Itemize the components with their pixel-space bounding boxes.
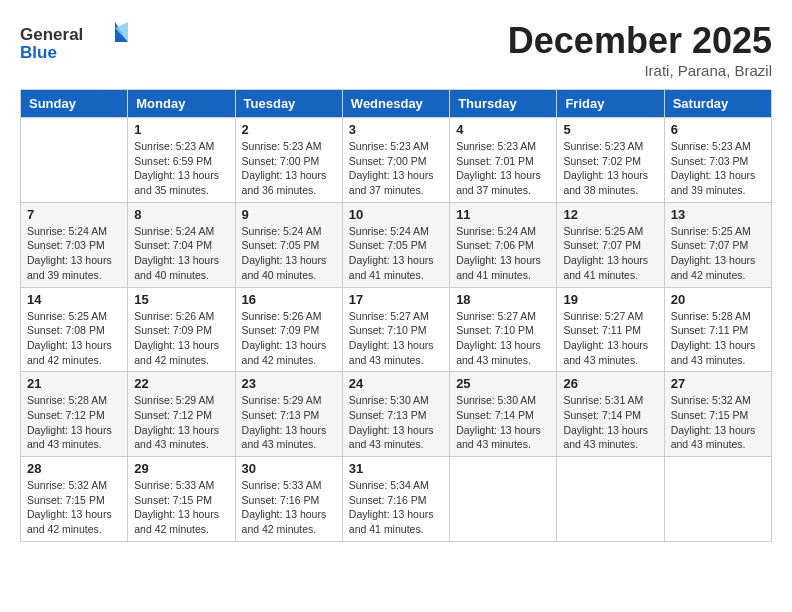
day-info: Sunrise: 5:26 AM Sunset: 7:09 PM Dayligh… <box>242 309 336 368</box>
location: Irati, Parana, Brazil <box>508 62 772 79</box>
calendar-cell: 18Sunrise: 5:27 AM Sunset: 7:10 PM Dayli… <box>450 287 557 372</box>
day-info: Sunrise: 5:30 AM Sunset: 7:14 PM Dayligh… <box>456 393 550 452</box>
calendar-cell: 24Sunrise: 5:30 AM Sunset: 7:13 PM Dayli… <box>342 372 449 457</box>
title-area: December 2025 Irati, Parana, Brazil <box>508 20 772 79</box>
day-number: 3 <box>349 122 443 137</box>
day-info: Sunrise: 5:29 AM Sunset: 7:12 PM Dayligh… <box>134 393 228 452</box>
day-number: 11 <box>456 207 550 222</box>
calendar-cell: 14Sunrise: 5:25 AM Sunset: 7:08 PM Dayli… <box>21 287 128 372</box>
calendar-week-4: 21Sunrise: 5:28 AM Sunset: 7:12 PM Dayli… <box>21 372 772 457</box>
day-info: Sunrise: 5:25 AM Sunset: 7:07 PM Dayligh… <box>563 224 657 283</box>
calendar-cell: 12Sunrise: 5:25 AM Sunset: 7:07 PM Dayli… <box>557 202 664 287</box>
day-info: Sunrise: 5:34 AM Sunset: 7:16 PM Dayligh… <box>349 478 443 537</box>
calendar-cell: 26Sunrise: 5:31 AM Sunset: 7:14 PM Dayli… <box>557 372 664 457</box>
calendar-cell: 23Sunrise: 5:29 AM Sunset: 7:13 PM Dayli… <box>235 372 342 457</box>
day-info: Sunrise: 5:24 AM Sunset: 7:04 PM Dayligh… <box>134 224 228 283</box>
day-number: 19 <box>563 292 657 307</box>
day-info: Sunrise: 5:29 AM Sunset: 7:13 PM Dayligh… <box>242 393 336 452</box>
day-info: Sunrise: 5:33 AM Sunset: 7:16 PM Dayligh… <box>242 478 336 537</box>
calendar-cell: 22Sunrise: 5:29 AM Sunset: 7:12 PM Dayli… <box>128 372 235 457</box>
day-info: Sunrise: 5:32 AM Sunset: 7:15 PM Dayligh… <box>27 478 121 537</box>
page-header: General Blue December 2025 Irati, Parana… <box>20 20 772 79</box>
calendar-cell: 29Sunrise: 5:33 AM Sunset: 7:15 PM Dayli… <box>128 457 235 542</box>
calendar-cell <box>450 457 557 542</box>
day-info: Sunrise: 5:31 AM Sunset: 7:14 PM Dayligh… <box>563 393 657 452</box>
day-info: Sunrise: 5:25 AM Sunset: 7:07 PM Dayligh… <box>671 224 765 283</box>
day-info: Sunrise: 5:28 AM Sunset: 7:11 PM Dayligh… <box>671 309 765 368</box>
col-header-saturday: Saturday <box>664 90 771 118</box>
col-header-wednesday: Wednesday <box>342 90 449 118</box>
calendar-week-5: 28Sunrise: 5:32 AM Sunset: 7:15 PM Dayli… <box>21 457 772 542</box>
day-number: 27 <box>671 376 765 391</box>
calendar-cell: 13Sunrise: 5:25 AM Sunset: 7:07 PM Dayli… <box>664 202 771 287</box>
month-title: December 2025 <box>508 20 772 62</box>
day-info: Sunrise: 5:26 AM Sunset: 7:09 PM Dayligh… <box>134 309 228 368</box>
svg-text:General: General <box>20 25 83 44</box>
day-number: 12 <box>563 207 657 222</box>
day-info: Sunrise: 5:24 AM Sunset: 7:05 PM Dayligh… <box>242 224 336 283</box>
day-number: 16 <box>242 292 336 307</box>
day-number: 7 <box>27 207 121 222</box>
col-header-friday: Friday <box>557 90 664 118</box>
calendar-cell: 27Sunrise: 5:32 AM Sunset: 7:15 PM Dayli… <box>664 372 771 457</box>
day-info: Sunrise: 5:23 AM Sunset: 7:01 PM Dayligh… <box>456 139 550 198</box>
day-info: Sunrise: 5:27 AM Sunset: 7:11 PM Dayligh… <box>563 309 657 368</box>
calendar-cell: 19Sunrise: 5:27 AM Sunset: 7:11 PM Dayli… <box>557 287 664 372</box>
calendar-cell: 28Sunrise: 5:32 AM Sunset: 7:15 PM Dayli… <box>21 457 128 542</box>
day-info: Sunrise: 5:27 AM Sunset: 7:10 PM Dayligh… <box>349 309 443 368</box>
col-header-tuesday: Tuesday <box>235 90 342 118</box>
calendar-cell: 6Sunrise: 5:23 AM Sunset: 7:03 PM Daylig… <box>664 118 771 203</box>
calendar-cell: 15Sunrise: 5:26 AM Sunset: 7:09 PM Dayli… <box>128 287 235 372</box>
day-info: Sunrise: 5:24 AM Sunset: 7:06 PM Dayligh… <box>456 224 550 283</box>
calendar-cell: 16Sunrise: 5:26 AM Sunset: 7:09 PM Dayli… <box>235 287 342 372</box>
calendar-cell: 3Sunrise: 5:23 AM Sunset: 7:00 PM Daylig… <box>342 118 449 203</box>
day-number: 26 <box>563 376 657 391</box>
day-info: Sunrise: 5:33 AM Sunset: 7:15 PM Dayligh… <box>134 478 228 537</box>
day-number: 20 <box>671 292 765 307</box>
day-number: 21 <box>27 376 121 391</box>
calendar-cell: 20Sunrise: 5:28 AM Sunset: 7:11 PM Dayli… <box>664 287 771 372</box>
logo: General Blue <box>20 20 130 64</box>
calendar-week-3: 14Sunrise: 5:25 AM Sunset: 7:08 PM Dayli… <box>21 287 772 372</box>
calendar-cell <box>664 457 771 542</box>
calendar-cell <box>21 118 128 203</box>
day-info: Sunrise: 5:23 AM Sunset: 7:02 PM Dayligh… <box>563 139 657 198</box>
day-number: 13 <box>671 207 765 222</box>
day-number: 30 <box>242 461 336 476</box>
calendar-cell: 21Sunrise: 5:28 AM Sunset: 7:12 PM Dayli… <box>21 372 128 457</box>
day-number: 28 <box>27 461 121 476</box>
calendar-cell: 30Sunrise: 5:33 AM Sunset: 7:16 PM Dayli… <box>235 457 342 542</box>
day-info: Sunrise: 5:23 AM Sunset: 7:00 PM Dayligh… <box>242 139 336 198</box>
col-header-sunday: Sunday <box>21 90 128 118</box>
calendar-cell: 5Sunrise: 5:23 AM Sunset: 7:02 PM Daylig… <box>557 118 664 203</box>
day-number: 18 <box>456 292 550 307</box>
day-number: 22 <box>134 376 228 391</box>
calendar-cell: 7Sunrise: 5:24 AM Sunset: 7:03 PM Daylig… <box>21 202 128 287</box>
day-number: 29 <box>134 461 228 476</box>
day-info: Sunrise: 5:27 AM Sunset: 7:10 PM Dayligh… <box>456 309 550 368</box>
day-info: Sunrise: 5:30 AM Sunset: 7:13 PM Dayligh… <box>349 393 443 452</box>
day-info: Sunrise: 5:23 AM Sunset: 6:59 PM Dayligh… <box>134 139 228 198</box>
day-info: Sunrise: 5:24 AM Sunset: 7:03 PM Dayligh… <box>27 224 121 283</box>
day-info: Sunrise: 5:23 AM Sunset: 7:00 PM Dayligh… <box>349 139 443 198</box>
day-number: 6 <box>671 122 765 137</box>
day-number: 24 <box>349 376 443 391</box>
day-number: 9 <box>242 207 336 222</box>
calendar-cell: 25Sunrise: 5:30 AM Sunset: 7:14 PM Dayli… <box>450 372 557 457</box>
calendar-cell: 2Sunrise: 5:23 AM Sunset: 7:00 PM Daylig… <box>235 118 342 203</box>
day-info: Sunrise: 5:23 AM Sunset: 7:03 PM Dayligh… <box>671 139 765 198</box>
day-number: 8 <box>134 207 228 222</box>
day-number: 14 <box>27 292 121 307</box>
day-info: Sunrise: 5:25 AM Sunset: 7:08 PM Dayligh… <box>27 309 121 368</box>
day-number: 25 <box>456 376 550 391</box>
calendar-cell: 1Sunrise: 5:23 AM Sunset: 6:59 PM Daylig… <box>128 118 235 203</box>
calendar-cell: 31Sunrise: 5:34 AM Sunset: 7:16 PM Dayli… <box>342 457 449 542</box>
calendar-cell: 4Sunrise: 5:23 AM Sunset: 7:01 PM Daylig… <box>450 118 557 203</box>
calendar-cell <box>557 457 664 542</box>
calendar-cell: 9Sunrise: 5:24 AM Sunset: 7:05 PM Daylig… <box>235 202 342 287</box>
calendar-cell: 11Sunrise: 5:24 AM Sunset: 7:06 PM Dayli… <box>450 202 557 287</box>
calendar-cell: 17Sunrise: 5:27 AM Sunset: 7:10 PM Dayli… <box>342 287 449 372</box>
day-number: 23 <box>242 376 336 391</box>
calendar-cell: 8Sunrise: 5:24 AM Sunset: 7:04 PM Daylig… <box>128 202 235 287</box>
calendar-table: SundayMondayTuesdayWednesdayThursdayFrid… <box>20 89 772 542</box>
